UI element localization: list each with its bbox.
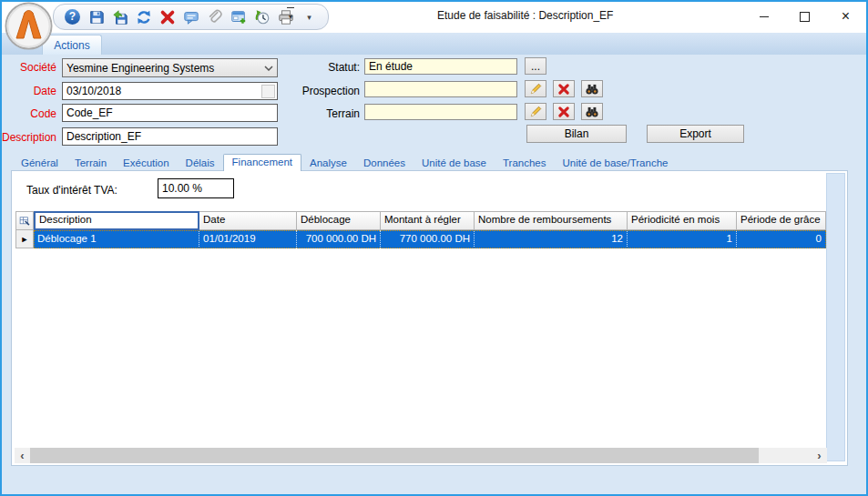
- prospection-edit-button[interactable]: [525, 80, 546, 97]
- actions-label: Actions: [54, 39, 89, 52]
- societe-label: Société: [0, 61, 56, 74]
- bilan-button[interactable]: Bilan: [526, 125, 627, 143]
- print-dropdown-caret-icon[interactable]: ▾: [300, 7, 319, 26]
- prospection-search-button[interactable]: [581, 80, 603, 97]
- tab-terrain[interactable]: Terrain: [66, 156, 115, 170]
- statut-label: Statut:: [273, 61, 360, 74]
- cell-date[interactable]: 01/01/2019: [199, 230, 297, 248]
- close-button[interactable]: ×: [825, 2, 866, 31]
- save-return-icon[interactable]: [110, 7, 129, 26]
- column-header-periode-grace[interactable]: Période de grâce: [737, 211, 826, 230]
- tab-execution[interactable]: Exécution: [115, 156, 178, 170]
- cell-deblocage[interactable]: 700 000.00 DH: [297, 230, 381, 248]
- terrain-search-button[interactable]: [581, 103, 603, 120]
- toolbar-overflow-icon[interactable]: ▾: [284, 7, 297, 22]
- statut-ellipsis-button[interactable]: ...: [525, 57, 546, 75]
- cell-description[interactable]: Déblocage 1: [34, 230, 199, 248]
- prospection-input[interactable]: [364, 81, 517, 97]
- form-add-icon[interactable]: [229, 7, 248, 26]
- row-marker-icon: ►: [21, 235, 29, 244]
- horizontal-scrollbar[interactable]: ‹ ›: [15, 448, 827, 463]
- scroll-left-icon[interactable]: ‹: [15, 448, 30, 463]
- tab-donnees[interactable]: Données: [355, 156, 414, 170]
- scrollbar-thumb[interactable]: [30, 448, 759, 463]
- chevron-down-icon: [264, 66, 273, 71]
- taux-interet-label: Taux d'intérêt TVA:: [26, 184, 117, 197]
- societe-combo[interactable]: Yesmine Engineering Systems: [62, 58, 278, 77]
- pencil-icon: [529, 82, 543, 96]
- tab-unite-de-base-tranche[interactable]: Unité de base/Tranche: [555, 156, 677, 170]
- column-header-nombre-remboursements[interactable]: Nombre de remboursements: [475, 211, 628, 230]
- cell-montant[interactable]: 770 000.00 DH: [381, 230, 475, 248]
- window-controls: ×: [743, 2, 866, 31]
- description-label: Description: [0, 131, 56, 144]
- grid-header-row: Description Date Déblocage Montant à rég…: [15, 211, 826, 230]
- description-input[interactable]: [62, 127, 278, 146]
- societe-value: Yesmine Engineering Systems: [66, 62, 264, 75]
- grid-customize-button[interactable]: [15, 211, 34, 230]
- taux-interet-input[interactable]: [158, 178, 234, 198]
- scrollbar-track[interactable]: [759, 448, 812, 463]
- attachment-icon[interactable]: [205, 7, 224, 26]
- refresh-icon[interactable]: [134, 7, 153, 26]
- pencil-icon: [529, 105, 543, 118]
- minimize-button[interactable]: [743, 2, 784, 31]
- scroll-right-icon[interactable]: ›: [812, 448, 827, 463]
- tab-analyse[interactable]: Analyse: [301, 156, 355, 170]
- vertical-scrollbar[interactable]: [826, 173, 845, 461]
- delete-icon[interactable]: [158, 7, 177, 26]
- terrain-label: Terrain: [273, 107, 360, 120]
- tab-delais[interactable]: Délais: [178, 156, 223, 170]
- cell-periode[interactable]: 0: [737, 230, 826, 248]
- tab-tranches[interactable]: Tranches: [495, 156, 555, 170]
- grid-data-row[interactable]: ► Déblocage 1 01/01/2019 700 000.00 DH 7…: [15, 230, 826, 248]
- tab-general[interactable]: Général: [13, 156, 66, 170]
- app-logo-icon: [5, 2, 53, 50]
- binoculars-icon: [585, 83, 599, 96]
- history-icon[interactable]: [252, 7, 271, 26]
- terrain-clear-button[interactable]: [553, 103, 575, 120]
- column-header-deblocage[interactable]: Déblocage: [297, 211, 381, 230]
- comment-icon[interactable]: [181, 7, 200, 26]
- row-indicator: ►: [15, 230, 34, 248]
- red-x-icon: [557, 106, 570, 118]
- code-input[interactable]: [62, 104, 278, 122]
- date-input[interactable]: [62, 82, 278, 100]
- financement-panel: Taux d'intérêt TVA: Description Date Déb…: [11, 170, 848, 466]
- maximize-button[interactable]: [784, 2, 825, 31]
- date-label: Date: [0, 85, 56, 97]
- cell-nombre[interactable]: 12: [475, 230, 628, 248]
- red-x-icon: [557, 83, 570, 96]
- column-header-montant[interactable]: Montant à régler: [381, 211, 475, 230]
- tab-unite-de-base[interactable]: Unité de base: [414, 156, 495, 170]
- save-icon[interactable]: [87, 7, 106, 26]
- column-header-description[interactable]: Description: [34, 211, 199, 230]
- code-label: Code: [0, 107, 56, 120]
- column-header-date[interactable]: Date: [199, 211, 297, 230]
- binoculars-icon: [585, 106, 599, 118]
- prospection-label: Prospection: [273, 85, 360, 97]
- column-header-periodicite[interactable]: Périodicité en mois: [628, 211, 737, 230]
- ribbon-bar: [2, 33, 866, 56]
- terrain-edit-button[interactable]: [525, 103, 546, 120]
- help-icon[interactable]: ?: [63, 7, 82, 26]
- tab-financement[interactable]: Financement: [223, 154, 301, 171]
- tab-strip: Général Terrain Exécution Délais Finance…: [13, 154, 676, 170]
- grid-customize-icon: [18, 215, 31, 228]
- cell-periodicite[interactable]: 1: [628, 230, 737, 248]
- statut-input[interactable]: [364, 58, 517, 75]
- export-button[interactable]: Export: [647, 125, 744, 143]
- window-title: Etude de faisabilité : Description_EF: [437, 9, 613, 22]
- prospection-clear-button[interactable]: [553, 80, 575, 97]
- terrain-input[interactable]: [364, 104, 517, 120]
- financement-grid: Description Date Déblocage Montant à rég…: [15, 211, 826, 248]
